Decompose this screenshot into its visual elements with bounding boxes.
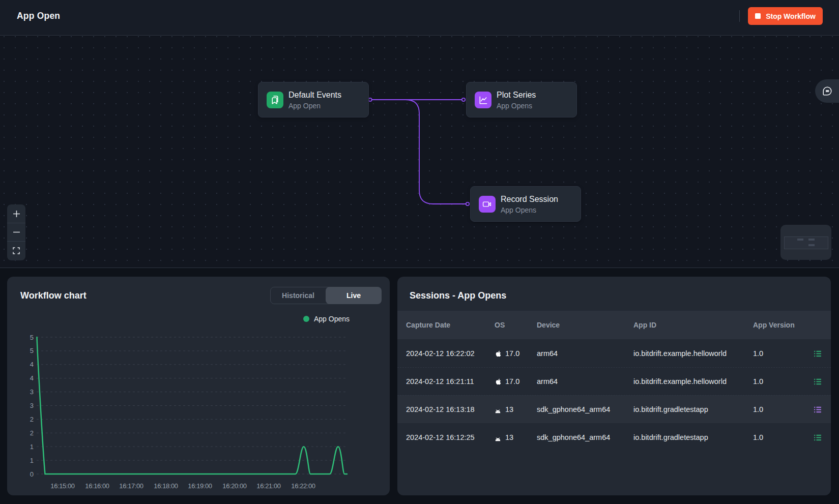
svg-text:16:17:00: 16:17:00	[119, 482, 143, 490]
svg-text:16:15:00: 16:15:00	[50, 482, 75, 490]
svg-text:16:22:00: 16:22:00	[291, 482, 315, 490]
svg-text:1: 1	[30, 457, 34, 464]
svg-text:3: 3	[30, 402, 34, 409]
svg-text:16:18:00: 16:18:00	[154, 482, 178, 490]
svg-text:4: 4	[30, 361, 34, 368]
svg-text:0: 0	[30, 470, 34, 478]
svg-text:16:19:00: 16:19:00	[188, 482, 212, 490]
svg-text:4: 4	[30, 374, 34, 382]
svg-text:16:16:00: 16:16:00	[85, 482, 109, 490]
svg-text:1: 1	[30, 443, 34, 451]
svg-text:5: 5	[30, 347, 34, 354]
svg-text:16:21:00: 16:21:00	[256, 482, 281, 490]
svg-text:5: 5	[30, 334, 34, 341]
svg-text:2: 2	[30, 429, 34, 437]
svg-text:16:20:00: 16:20:00	[222, 482, 247, 490]
svg-text:2: 2	[30, 416, 34, 423]
svg-text:3: 3	[30, 388, 34, 396]
